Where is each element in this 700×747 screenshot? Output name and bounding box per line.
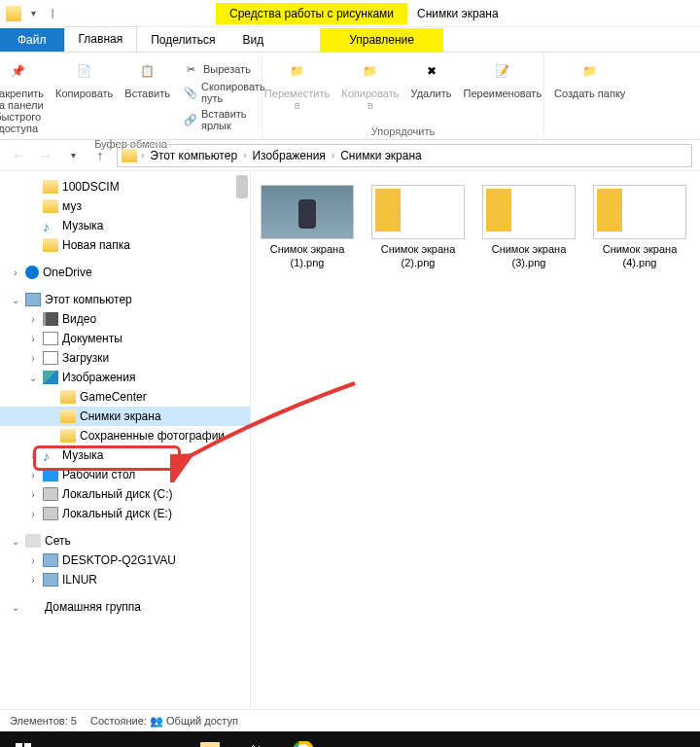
tree-item-downloads[interactable]: ›Загрузки <box>0 348 250 368</box>
tree-item-100dscim[interactable]: 100DSCIM <box>0 177 250 196</box>
pin-button[interactable]: 📌 Закрепить на панели быстрого доступа <box>0 56 48 136</box>
windows-icon <box>16 743 31 747</box>
tree-item-music[interactable]: Музыка <box>0 216 250 235</box>
thumbnail <box>261 185 354 239</box>
taskbar: ⌕ ▭ e 🛍 <box>0 731 700 747</box>
folder-icon <box>200 742 220 747</box>
paste-shortcut-button[interactable]: 🔗Вставить ярлык <box>184 107 267 132</box>
pin-icon: 📌 <box>3 58 34 86</box>
move-to-button[interactable]: 📁 Переместить в <box>261 56 333 113</box>
nav-back-button[interactable]: ← <box>8 145 29 166</box>
chevron-right-icon[interactable]: › <box>139 150 146 160</box>
tab-share[interactable]: Поделиться <box>137 28 228 52</box>
tab-file[interactable]: Файл <box>0 28 64 52</box>
nav-up-button[interactable]: ↑ <box>89 145 111 166</box>
thumbnail <box>593 185 686 239</box>
rename-button[interactable]: 📝 Переименовать <box>460 56 546 113</box>
paste-icon: 📋 <box>132 58 163 86</box>
folder-icon <box>122 149 137 162</box>
cut-icon: ✂ <box>184 61 199 77</box>
tree-item-desktop[interactable]: ›Рабочий стол <box>0 465 250 484</box>
file-item[interactable]: Снимок экрана (3).png <box>482 185 576 270</box>
status-state: Состояние: 👥 Общий доступ <box>90 715 238 728</box>
cut-button[interactable]: ✂Вырезать <box>184 60 267 78</box>
qat-dropdown-icon[interactable]: ▾ <box>25 6 41 21</box>
file-list[interactable]: Снимок экрана (1).png Снимок экрана (2).… <box>251 171 700 709</box>
chrome-button[interactable] <box>280 731 327 747</box>
thumbnail <box>482 185 576 239</box>
tree-item-muz[interactable]: муз <box>0 196 250 216</box>
delete-button[interactable]: ✖ Удалить <box>407 56 456 113</box>
organize-group-label: Упорядочить <box>371 124 435 137</box>
file-name: Снимок экрана (4).png <box>593 243 686 270</box>
tree-item-disk-e[interactable]: ›Локальный диск (E:) <box>0 504 250 523</box>
chevron-right-icon[interactable]: › <box>330 150 336 160</box>
new-folder-button[interactable]: 📁 Создать папку <box>550 56 629 101</box>
nav-forward-button[interactable]: → <box>35 145 56 166</box>
new-folder-icon: 📁 <box>575 58 606 86</box>
qat-folder-icon <box>6 6 21 21</box>
copy-icon: 📄 <box>69 58 100 86</box>
file-name: Снимок экрана (1).png <box>261 243 354 270</box>
edge-button[interactable]: e <box>140 731 187 747</box>
tree-item-gamecenter[interactable]: GameCenter <box>0 387 250 407</box>
store-button[interactable]: 🛍 <box>233 731 280 747</box>
nav-recent-button[interactable]: ▾ <box>62 145 84 166</box>
content: 100DSCIM муз Музыка Новая папка ›OneDriv… <box>0 171 700 709</box>
nav-tree[interactable]: 100DSCIM муз Музыка Новая папка ›OneDriv… <box>0 171 251 709</box>
move-icon: 📁 <box>282 58 313 86</box>
file-name: Снимок экрана (3).png <box>482 243 576 270</box>
crumb-pictures[interactable]: Изображения <box>250 149 327 162</box>
tree-item-images[interactable]: ⌄Изображения <box>0 368 250 387</box>
tree-item-screenshots[interactable]: Снимки экрана <box>0 407 250 426</box>
tree-item-network[interactable]: ⌄Сеть <box>0 531 250 551</box>
copy-to-button[interactable]: 📁 Копировать в <box>337 56 402 113</box>
rename-icon: 📝 <box>487 58 518 86</box>
context-tab-label: Средства работы с рисунками <box>216 3 407 24</box>
status-bar: Элементов: 5 Состояние: 👥 Общий доступ <box>0 709 700 731</box>
tree-item-onedrive[interactable]: ›OneDrive <box>0 263 250 282</box>
tree-item-music2[interactable]: ›Музыка <box>0 445 250 465</box>
copy-path-icon: 📎 <box>184 85 197 100</box>
tree-item-ilnur[interactable]: ›ILNUR <box>0 570 250 589</box>
scrollbar[interactable] <box>236 175 248 198</box>
tree-item-documents[interactable]: ›Документы <box>0 329 250 348</box>
shortcut-icon: 🔗 <box>184 112 197 127</box>
tree-item-desktop-q[interactable]: ›DESKTOP-Q2G1VAU <box>0 551 250 570</box>
ribbon: 📌 Закрепить на панели быстрого доступа 📄… <box>0 53 700 140</box>
svg-rect-1 <box>24 743 31 747</box>
tree-item-newfolder[interactable]: Новая папка <box>0 235 250 255</box>
chevron-right-icon[interactable]: › <box>241 150 248 160</box>
tree-item-this-pc[interactable]: ⌄Этот компьютер <box>0 290 250 309</box>
tree-item-video[interactable]: ›Видео <box>0 309 250 329</box>
window-title: Снимки экрана <box>407 3 508 24</box>
status-item-count: Элементов: 5 <box>10 715 77 727</box>
file-item[interactable]: Снимок экрана (1).png <box>261 185 354 270</box>
file-item[interactable]: Снимок экрана (4).png <box>593 185 686 270</box>
copy-path-button[interactable]: 📎Скопировать путь <box>184 80 267 105</box>
search-button[interactable]: ⌕ <box>47 731 93 747</box>
svg-rect-0 <box>16 743 22 747</box>
titlebar: ▾ | Средства работы с рисунками Снимки э… <box>0 0 700 27</box>
chrome-icon <box>294 741 313 747</box>
delete-icon: ✖ <box>416 58 447 86</box>
tree-item-disk-c[interactable]: ›Локальный диск (C:) <box>0 484 250 504</box>
thumbnail <box>371 185 465 239</box>
tab-manage[interactable]: Управление <box>320 28 443 52</box>
qat-separator: | <box>45 6 60 21</box>
tree-item-homegroup[interactable]: ⌄Домашняя группа <box>0 597 250 617</box>
file-item[interactable]: Снимок экрана (2).png <box>371 185 465 270</box>
copy-to-icon: 📁 <box>355 58 386 86</box>
crumb-pc[interactable]: Этот компьютер <box>148 149 239 162</box>
task-view-button[interactable]: ▭ <box>93 731 140 747</box>
tab-home[interactable]: Главная <box>64 26 138 52</box>
crumb-screenshots[interactable]: Снимки экрана <box>338 149 424 162</box>
tree-item-saved-photos[interactable]: Сохраненные фотографии <box>0 426 250 445</box>
copy-button[interactable]: 📄 Копировать <box>52 56 117 136</box>
store-icon: 🛍 <box>249 742 264 747</box>
explorer-button[interactable] <box>187 731 233 747</box>
start-button[interactable] <box>0 731 47 747</box>
tab-view[interactable]: Вид <box>228 28 277 52</box>
breadcrumb[interactable]: › Этот компьютер › Изображения › Снимки … <box>117 144 692 167</box>
paste-button[interactable]: 📋 Вставить <box>121 56 174 136</box>
